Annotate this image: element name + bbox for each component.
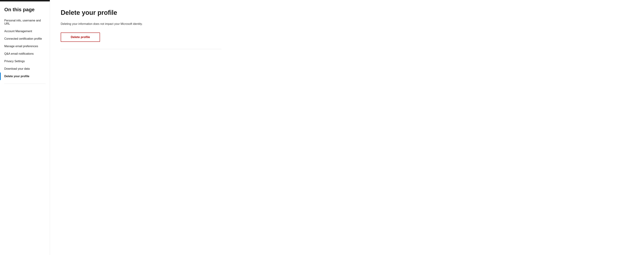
content-section: Delete your profile Deleting your inform… (61, 9, 222, 49)
sidebar-item-privacy-settings[interactable]: Privacy Settings (0, 58, 50, 65)
page-heading: Delete your profile (61, 9, 222, 17)
sidebar-item-manage-email[interactable]: Manage email preferences (0, 43, 50, 50)
sidebar-item-connected-certification[interactable]: Connected certification profile (0, 35, 50, 43)
main-content: Delete your profile Deleting your inform… (50, 0, 644, 255)
sidebar-title: On this page (0, 5, 50, 17)
sidebar-item-delete-profile[interactable]: Delete your profile (0, 73, 50, 80)
sidebar-bottom-border (4, 84, 46, 84)
delete-profile-button[interactable]: Delete profile (61, 33, 100, 42)
sidebar-item-personal-info[interactable]: Personal info, username and URL (0, 17, 50, 28)
sidebar: On this page Personal info, username and… (0, 0, 50, 255)
sidebar-nav: Personal info, username and URLAccount M… (0, 17, 50, 80)
sidebar-item-download-data[interactable]: Download your data (0, 65, 50, 73)
description-text: Deleting your information does not impac… (61, 22, 222, 26)
sidebar-item-qa-email[interactable]: Q&A email notifications (0, 50, 50, 58)
sidebar-item-account-management[interactable]: Account Management (0, 28, 50, 35)
sidebar-top-bar (0, 0, 50, 2)
